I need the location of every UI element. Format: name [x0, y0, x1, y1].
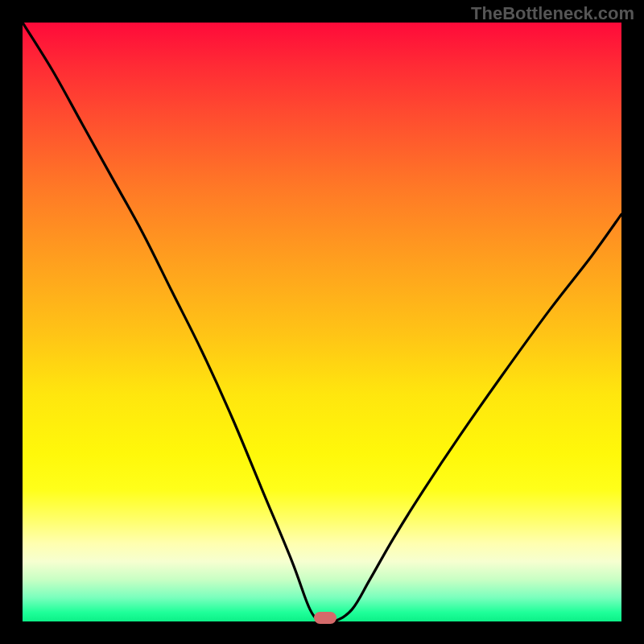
optimum-marker	[314, 612, 336, 624]
bottleneck-curve	[23, 23, 621, 621]
plot-area	[23, 23, 621, 621]
watermark-text: TheBottleneck.com	[471, 3, 634, 24]
chart-container: TheBottleneck.com	[0, 0, 644, 644]
